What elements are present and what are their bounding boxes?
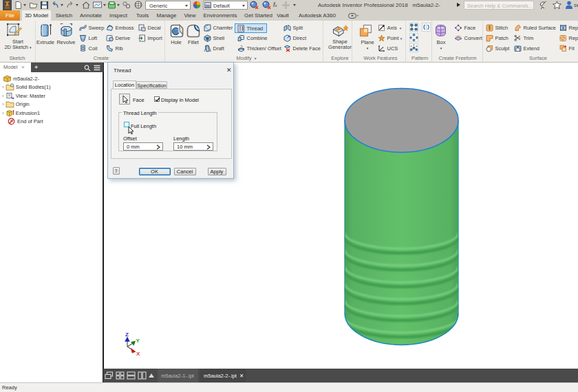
- svg-text:Z: Z: [125, 331, 129, 338]
- svg-text:X: X: [136, 351, 140, 357]
- svg-text:Y: Y: [136, 338, 140, 344]
